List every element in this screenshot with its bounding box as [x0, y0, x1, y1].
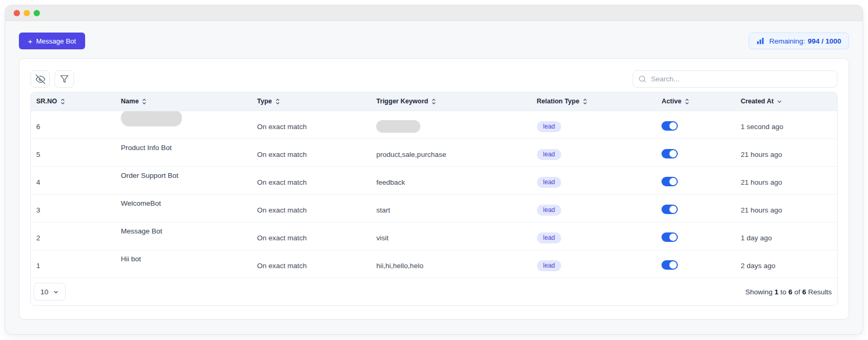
column-header-srno[interactable]: SR.NO	[31, 92, 116, 111]
eye-off-icon	[36, 75, 45, 84]
search-input[interactable]	[633, 70, 838, 88]
cell-created-at: 21 hours ago	[736, 166, 837, 194]
cell-type: On exact match	[252, 194, 371, 222]
remaining-label: Remaining:	[769, 37, 805, 45]
cell-relation-type: lead	[532, 139, 657, 166]
cell-type: On exact match	[252, 166, 371, 194]
sort-both-icon	[583, 98, 587, 105]
cell-name: Product Info Bot	[116, 139, 252, 166]
redacted-trigger-blob	[376, 120, 420, 133]
column-header-created-at[interactable]: Created At	[736, 92, 837, 111]
sort-both-icon	[60, 98, 65, 105]
filter-button[interactable]	[55, 70, 74, 88]
bar-chart-icon	[757, 37, 764, 45]
cell-active	[656, 250, 735, 278]
close-window-icon[interactable]	[14, 10, 20, 16]
table-header-row: SR.NO Name Type Trigger Keyword Relation…	[31, 92, 837, 111]
cell-srno: 2	[31, 222, 116, 250]
search-icon	[638, 75, 646, 83]
column-header-type[interactable]: Type	[252, 92, 371, 111]
active-toggle[interactable]	[662, 149, 678, 158]
zoom-window-icon[interactable]	[34, 10, 40, 16]
relation-type-badge: lead	[537, 205, 562, 216]
cell-type: On exact match	[252, 139, 371, 166]
cell-active	[656, 111, 735, 139]
cell-srno: 5	[31, 139, 116, 166]
bots-table: SR.NO Name Type Trigger Keyword Relation…	[31, 92, 837, 278]
cell-srno: 4	[31, 166, 116, 194]
toggle-columns-button[interactable]	[30, 70, 50, 88]
cell-created-at: 21 hours ago	[736, 139, 837, 166]
page-content: + Message Bot Remaining: 994 / 1000	[5, 21, 863, 320]
table-footer: 10 Showing 1 to 6 of 6 Results	[31, 278, 837, 305]
cell-trigger-keyword: hii,hi,hello,helo	[371, 250, 531, 278]
cell-trigger-keyword: start	[371, 194, 531, 222]
cell-name	[116, 111, 252, 139]
column-header-trigger-keyword[interactable]: Trigger Keyword	[371, 92, 531, 111]
cell-trigger-keyword	[371, 111, 531, 139]
chevron-down-icon	[53, 289, 59, 295]
remaining-quota-badge: Remaining: 994 / 1000	[749, 33, 849, 49]
relation-type-badge: lead	[537, 149, 562, 160]
minimize-window-icon[interactable]	[24, 10, 30, 16]
cell-relation-type: lead	[532, 194, 657, 222]
cell-trigger-keyword: feedback	[371, 166, 531, 194]
cell-trigger-keyword: product,sale,purchase	[371, 139, 531, 166]
cell-srno: 3	[31, 194, 116, 222]
cell-active	[656, 166, 735, 194]
add-message-bot-button[interactable]: + Message Bot	[19, 33, 85, 49]
cell-created-at: 1 day ago	[736, 222, 837, 250]
cell-type: On exact match	[252, 111, 371, 139]
table-row[interactable]: 1 Hii bot On exact match hii,hi,hello,he…	[31, 250, 837, 278]
cell-relation-type: lead	[532, 166, 657, 194]
sort-both-icon	[142, 98, 147, 105]
remaining-value: 994 / 1000	[808, 37, 841, 45]
active-toggle[interactable]	[662, 177, 678, 186]
cell-active	[656, 139, 735, 166]
cell-relation-type: lead	[532, 111, 657, 139]
cell-name: Order Support Bot	[116, 166, 252, 194]
sort-both-icon	[275, 98, 280, 105]
cell-name: WelcomeBot	[116, 194, 252, 222]
cell-trigger-keyword: visit	[371, 222, 531, 250]
cell-srno: 6	[31, 111, 116, 139]
active-toggle[interactable]	[662, 121, 678, 131]
window-titlebar	[5, 5, 863, 21]
column-header-name[interactable]: Name	[116, 92, 252, 111]
cell-created-at: 2 days ago	[736, 250, 837, 278]
column-header-relation-type[interactable]: Relation Type	[532, 92, 657, 111]
cell-type: On exact match	[252, 250, 371, 278]
relation-type-badge: lead	[537, 177, 562, 188]
table-row[interactable]: 3 WelcomeBot On exact match start lead 2…	[31, 194, 837, 222]
relation-type-badge: lead	[537, 232, 562, 243]
relation-type-badge: lead	[537, 260, 562, 271]
cell-name: Message Bot	[116, 222, 252, 250]
column-header-active[interactable]: Active	[656, 92, 735, 111]
top-action-bar: + Message Bot Remaining: 994 / 1000	[19, 33, 849, 49]
table-row[interactable]: 5 Product Info Bot On exact match produc…	[31, 139, 837, 166]
table-row[interactable]: 2 Message Bot On exact match visit lead …	[31, 222, 837, 250]
cell-created-at: 1 second ago	[736, 111, 837, 139]
cell-created-at: 21 hours ago	[736, 194, 837, 222]
add-message-bot-label: Message Bot	[36, 37, 76, 45]
table-toolbar	[30, 70, 838, 88]
cell-name: Hii bot	[116, 250, 252, 278]
cell-type: On exact match	[252, 222, 371, 250]
app-window: + Message Bot Remaining: 994 / 1000	[5, 5, 863, 334]
cell-active	[656, 194, 735, 222]
results-summary: Showing 1 to 6 of 6 Results	[746, 288, 832, 296]
active-toggle[interactable]	[662, 232, 678, 242]
sort-both-icon	[431, 98, 436, 105]
cell-relation-type: lead	[532, 250, 657, 278]
active-toggle[interactable]	[662, 260, 678, 270]
cell-active	[656, 222, 735, 250]
page-size-value: 10	[40, 288, 48, 296]
relation-type-badge: lead	[537, 121, 562, 132]
table-row[interactable]: 4 Order Support Bot On exact match feedb…	[31, 166, 837, 194]
search-container	[633, 70, 838, 88]
sort-desc-icon	[777, 99, 782, 104]
filter-icon	[60, 75, 69, 83]
table-row[interactable]: 6 On exact match lead 1 second ago	[31, 111, 837, 139]
page-size-select[interactable]: 10	[34, 283, 66, 301]
active-toggle[interactable]	[662, 205, 678, 214]
